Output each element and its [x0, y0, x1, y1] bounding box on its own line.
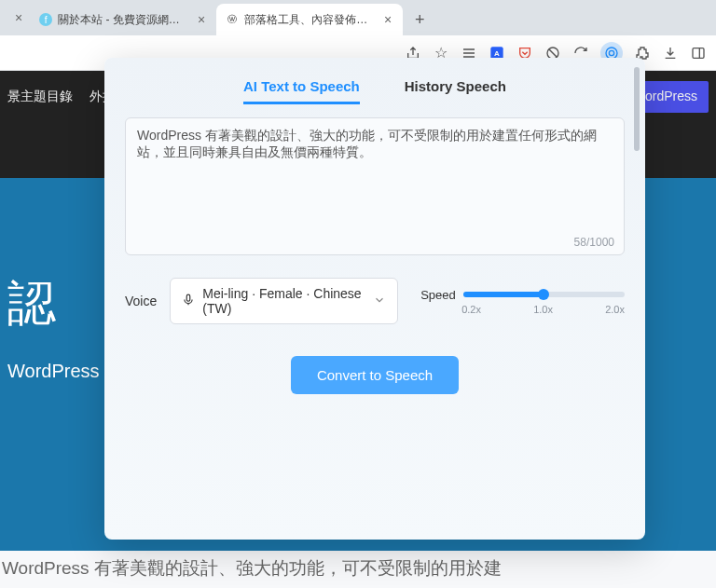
svg-rect-5 — [693, 48, 704, 58]
char-count: 58/1000 — [574, 236, 614, 249]
browser-tab[interactable]: f 關於本站 - 免費資源網路社群 × — [30, 4, 216, 35]
tab-title: 關於本站 - 免費資源網路社群 — [58, 12, 190, 28]
favicon-icon: ⓦ — [226, 13, 239, 26]
svg-point-3 — [606, 48, 617, 59]
tts-textarea[interactable] — [126, 118, 624, 254]
speed-mid: 1.0x — [533, 304, 553, 315]
svg-text:A: A — [494, 48, 500, 57]
speed-slider[interactable] — [463, 292, 625, 297]
convert-button[interactable]: Convert to Speech — [291, 356, 459, 394]
tab-history[interactable]: History Speech — [405, 75, 506, 104]
nav-themes[interactable]: 景主題目錄 — [7, 89, 73, 105]
window-close-icon[interactable]: × — [13, 10, 24, 25]
mic-icon — [182, 294, 195, 309]
popup-tabs: AI Text to Speech History Speech — [125, 75, 625, 104]
page-body-text: WordPress 有著美觀的設計、強大的功能，可不受限制的用於建 — [0, 556, 716, 581]
speed-label: Speed — [420, 288, 456, 302]
voice-label: Voice — [125, 294, 157, 308]
popup-scrollbar[interactable] — [634, 67, 640, 151]
svg-rect-6 — [187, 294, 191, 301]
speed-min: 0.2x — [461, 304, 481, 315]
sidebar-icon[interactable] — [690, 45, 707, 62]
speed-fill — [463, 292, 544, 297]
tab-ai-tts[interactable]: AI Text to Speech — [243, 75, 360, 104]
voice-select[interactable]: Mei-ling · Female · Chinese (TW) — [170, 278, 398, 324]
browser-tab-strip: × f 關於本站 - 免費資源網路社群 × ⓦ 部落格工具、內容發佈平台及 C … — [0, 0, 716, 35]
tab-close-icon[interactable]: × — [382, 12, 393, 27]
browser-tab[interactable]: ⓦ 部落格工具、內容發佈平台及 C × — [216, 4, 403, 35]
new-tab-button[interactable]: + — [406, 7, 433, 33]
chevron-down-icon — [373, 294, 386, 309]
speed-thumb[interactable] — [538, 289, 549, 300]
voice-value: Mei-ling · Female · Chinese (TW) — [202, 286, 365, 316]
text-input-area: 58/1000 — [125, 117, 625, 255]
favicon-icon: f — [39, 13, 52, 26]
speed-max: 2.0x — [605, 304, 625, 315]
download-icon[interactable] — [662, 45, 679, 62]
tts-extension-popup: AI Text to Speech History Speech 58/1000… — [104, 58, 645, 540]
svg-point-4 — [609, 50, 613, 55]
tab-close-icon[interactable]: × — [196, 12, 207, 27]
tab-title: 部落格工具、內容發佈平台及 C — [244, 12, 377, 28]
